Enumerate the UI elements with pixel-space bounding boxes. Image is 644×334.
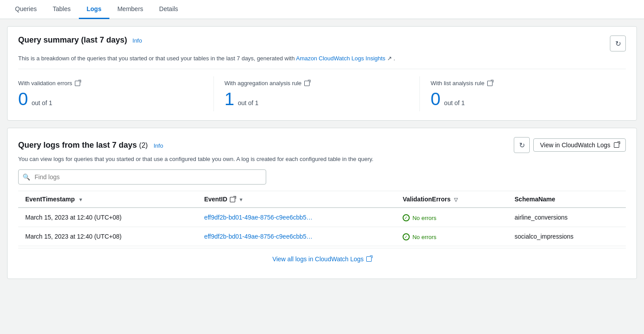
table-row: March 15, 2023 at 12:40 (UTC+08) eff9df2… bbox=[18, 208, 626, 227]
stat-aggregation-rule-number: 1 bbox=[225, 90, 234, 108]
query-logs-card: Query logs from the last 7 days (2) Info… bbox=[7, 128, 637, 279]
query-summary-title-row: Query summary (last 7 days) Info bbox=[18, 35, 142, 45]
query-summary-refresh-button[interactable]: ↻ bbox=[610, 35, 626, 51]
external-link-icon bbox=[75, 81, 80, 86]
tab-logs[interactable]: Logs bbox=[79, 0, 109, 19]
sort-icon-eventid: ▼ bbox=[239, 197, 244, 202]
logs-search-input[interactable] bbox=[18, 169, 266, 185]
logs-refresh-button[interactable]: ↻ bbox=[514, 137, 530, 153]
logs-actions: ↻ View in CloudWatch Logs bbox=[514, 137, 626, 153]
stat-list-rule-out-of: out of 1 bbox=[444, 99, 465, 106]
stat-validation-errors: With validation errors 0 out of 1 bbox=[18, 76, 214, 111]
stat-aggregation-rule-label: With aggregation analysis rule bbox=[225, 80, 409, 86]
cell-validation-2: ✓ No errors bbox=[396, 227, 508, 246]
check-circle-icon-1: ✓ bbox=[403, 214, 410, 221]
cell-schema-1: airline_conversions bbox=[508, 208, 626, 227]
stat-validation-errors-label: With validation errors bbox=[18, 80, 203, 86]
col-schema-name: SchemaName bbox=[508, 191, 626, 208]
search-icon: 🔍 bbox=[23, 173, 30, 181]
cell-eventid-1: eff9df2b-bd01-49ae-8756-c9ee6cbb5… bbox=[197, 208, 396, 227]
stat-list-rule: With list analysis rule 0 out of 1 bbox=[431, 76, 626, 111]
logs-table-header: EventTimestamp ▼ EventID ▼ ValidationErr… bbox=[18, 191, 626, 208]
view-cloudwatch-label: View in CloudWatch Logs bbox=[540, 141, 610, 149]
cell-timestamp-1: March 15, 2023 at 12:40 (UTC+08) bbox=[18, 208, 197, 227]
stat-list-rule-label: With list analysis rule bbox=[431, 80, 615, 86]
tab-details[interactable]: Details bbox=[151, 0, 186, 19]
view-all-row: View all logs in CloudWatch Logs bbox=[18, 248, 626, 270]
tabs-bar: Queries Tables Logs Members Details bbox=[0, 0, 644, 19]
stat-validation-errors-number: 0 bbox=[18, 90, 28, 108]
stat-aggregation-rule-out-of: out of 1 bbox=[238, 99, 259, 106]
logs-search-container: 🔍 bbox=[18, 169, 626, 185]
tab-tables[interactable]: Tables bbox=[45, 0, 78, 19]
check-circle-icon-2: ✓ bbox=[403, 233, 410, 240]
logs-description: You can view logs for queries that you s… bbox=[18, 156, 626, 162]
stat-validation-errors-value: 0 out of 1 bbox=[18, 90, 203, 108]
view-cloudwatch-button[interactable]: View in CloudWatch Logs bbox=[533, 138, 626, 152]
col-validation-errors[interactable]: ValidationErrors ▽ bbox=[396, 191, 508, 208]
logs-table: EventTimestamp ▼ EventID ▼ ValidationErr… bbox=[18, 191, 626, 246]
query-summary-header: Query summary (last 7 days) Info ↻ bbox=[18, 35, 626, 51]
sort-icon-timestamp: ▼ bbox=[78, 197, 83, 202]
stat-list-rule-number: 0 bbox=[431, 90, 440, 108]
logs-title-row: Query logs from the last 7 days (2) Info bbox=[18, 141, 163, 150]
event-id-link-1[interactable]: eff9df2b-bd01-49ae-8756-c9ee6cbb5… bbox=[204, 214, 313, 221]
stat-list-rule-value: 0 out of 1 bbox=[431, 90, 615, 108]
external-link-icon-cw bbox=[614, 142, 619, 148]
cell-schema-2: socialco_impressions bbox=[508, 227, 626, 246]
logs-title: Query logs from the last 7 days (2) bbox=[18, 141, 150, 149]
logs-table-body: March 15, 2023 at 12:40 (UTC+08) eff9df2… bbox=[18, 208, 626, 246]
col-event-timestamp[interactable]: EventTimestamp ▼ bbox=[18, 191, 197, 208]
cell-validation-1: ✓ No errors bbox=[396, 208, 508, 227]
external-link-icon-2 bbox=[304, 81, 310, 86]
logs-header: Query logs from the last 7 days (2) Info… bbox=[18, 137, 626, 153]
stat-aggregation-rule: With aggregation analysis rule 1 out of … bbox=[225, 76, 420, 111]
cloudwatch-insights-link[interactable]: Amazon CloudWatch Logs Insights bbox=[296, 55, 385, 62]
stats-row: With validation errors 0 out of 1 With a… bbox=[18, 69, 626, 111]
query-summary-title: Query summary (last 7 days) bbox=[18, 35, 127, 44]
logs-info-link[interactable]: Info bbox=[154, 142, 163, 149]
event-id-link-2[interactable]: eff9df2b-bd01-49ae-8756-c9ee6cbb5… bbox=[204, 233, 313, 240]
stat-validation-errors-out-of: out of 1 bbox=[31, 99, 52, 106]
sort-icon-validation: ▽ bbox=[454, 197, 458, 202]
cell-eventid-2: eff9df2b-bd01-49ae-8756-c9ee6cbb5… bbox=[197, 227, 396, 246]
tab-queries[interactable]: Queries bbox=[7, 0, 45, 19]
query-summary-info-link[interactable]: Info bbox=[132, 37, 142, 44]
no-errors-badge-2: ✓ No errors bbox=[403, 233, 436, 240]
external-link-icon-all bbox=[366, 256, 372, 262]
no-errors-badge-1: ✓ No errors bbox=[403, 214, 436, 221]
table-row: March 15, 2023 at 12:40 (UTC+08) eff9df2… bbox=[18, 227, 626, 246]
stat-aggregation-rule-value: 1 out of 1 bbox=[225, 90, 409, 108]
col-event-id[interactable]: EventID ▼ bbox=[197, 191, 396, 208]
cell-timestamp-2: March 15, 2023 at 12:40 (UTC+08) bbox=[18, 227, 197, 246]
external-link-icon-3 bbox=[487, 81, 493, 86]
query-summary-card: Query summary (last 7 days) Info ↻ This … bbox=[7, 26, 637, 121]
tab-members[interactable]: Members bbox=[109, 0, 151, 19]
external-link-icon-col bbox=[230, 197, 235, 202]
view-all-logs-link[interactable]: View all logs in CloudWatch Logs bbox=[272, 255, 372, 263]
query-summary-description: This is a breakdown of the queries that … bbox=[18, 55, 626, 62]
